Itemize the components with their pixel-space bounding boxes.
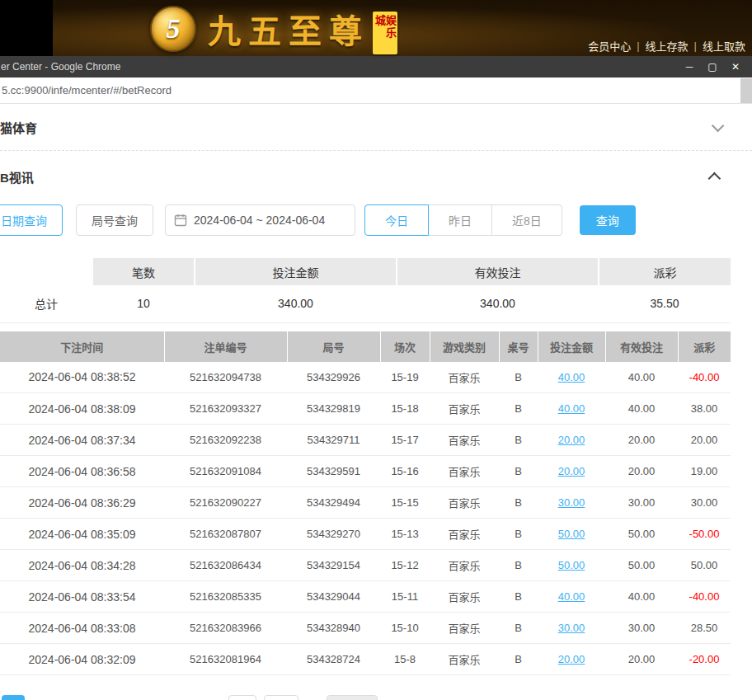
pagination-page-button[interactable] xyxy=(264,695,298,700)
table-row: 2024-06-04 08:32:09521632081964534328724… xyxy=(0,644,731,675)
close-icon[interactable]: ✕ xyxy=(724,61,747,73)
nav-member-center[interactable]: 会员中心 xyxy=(588,38,631,54)
col-header-game: 游戏类别 xyxy=(430,331,499,362)
cell-valid: 30.00 xyxy=(605,487,678,519)
summary-header-valid: 有效投注 xyxy=(397,258,599,285)
cell-valid: 40.00 xyxy=(605,362,678,393)
cell-session: 15-13 xyxy=(380,519,430,550)
summary-header-blank xyxy=(0,258,92,285)
pagination-page-button[interactable] xyxy=(228,695,256,700)
section-panda-sports[interactable]: 猫体育 xyxy=(0,104,752,151)
cell-table_no: B xyxy=(499,456,538,487)
cell-session: 15-18 xyxy=(380,393,430,425)
url-bar[interactable]: 5.cc:9900/infe/mcenter/#/betRecord xyxy=(0,78,752,104)
cell-time: 2024-06-04 08:37:34 xyxy=(0,425,164,456)
date-range-input[interactable]: 2024-06-04 ~ 2024-06-04 xyxy=(165,204,355,236)
bet-amount-link[interactable]: 20.00 xyxy=(558,653,585,665)
site-header: 5 九五至尊 娱乐城 会员中心 | 线上存款 | 线上取款 xyxy=(0,0,752,56)
summary-header-payout: 派彩 xyxy=(599,258,731,285)
cell-round_no: 534329819 xyxy=(287,393,380,425)
cell-bet: 50.00 xyxy=(538,519,605,550)
yesterday-button[interactable]: 昨日 xyxy=(428,204,492,236)
nav-separator: | xyxy=(637,40,639,52)
cell-time: 2024-06-04 08:36:29 xyxy=(0,487,164,519)
cell-payout: 19.00 xyxy=(678,456,731,487)
cell-bet: 20.00 xyxy=(538,456,605,487)
cell-bet: 20.00 xyxy=(538,425,605,456)
date-query-button[interactable]: 日期查询 xyxy=(0,204,63,236)
cell-session: 15-15 xyxy=(380,487,430,519)
chevron-down-icon[interactable] xyxy=(712,119,725,132)
cell-time: 2024-06-04 08:33:54 xyxy=(0,581,164,613)
scrollbar-thumb[interactable] xyxy=(740,78,752,103)
logo-badge: 娱乐城 xyxy=(373,12,397,54)
section-title-bb: B视讯 xyxy=(0,168,34,186)
bet-amount-link[interactable]: 20.00 xyxy=(558,465,585,477)
summary-header-row: 笔数 投注金额 有效投注 派彩 xyxy=(0,258,731,285)
quick-range-group: 今日 昨日 近8日 xyxy=(364,204,562,236)
cell-time: 2024-06-04 08:34:28 xyxy=(0,550,164,581)
bet-amount-link[interactable]: 40.00 xyxy=(558,402,585,415)
table-row: 2024-06-04 08:35:09521632087807534329270… xyxy=(0,519,731,550)
cell-round_no: 534328724 xyxy=(287,644,380,675)
cell-time: 2024-06-04 08:32:09 xyxy=(0,644,164,675)
cell-game: 百家乐 xyxy=(430,644,499,675)
cell-session: 15-10 xyxy=(380,613,430,644)
cell-round_no: 534328940 xyxy=(287,613,380,644)
bet-amount-link[interactable]: 20.00 xyxy=(558,434,585,446)
bet-amount-link[interactable]: 50.00 xyxy=(558,528,585,540)
cell-payout: -20.00 xyxy=(678,644,731,675)
bet-amount-link[interactable]: 30.00 xyxy=(558,496,585,509)
cell-time: 2024-06-04 08:36:58 xyxy=(0,456,164,487)
round-query-button[interactable]: 局号查询 xyxy=(76,204,153,236)
chrome-titlebar[interactable]: er Center - Google Chrome ─ ▢ ✕ xyxy=(0,56,752,78)
coin-logo-icon: 5 xyxy=(150,6,196,52)
cell-bet: 40.00 xyxy=(538,393,605,425)
bet-amount-link[interactable]: 30.00 xyxy=(558,622,585,634)
bet-amount-link[interactable]: 40.00 xyxy=(558,590,585,603)
site-logo[interactable]: 5 九五至尊 娱乐城 xyxy=(150,3,397,54)
bet-amount-link[interactable]: 50.00 xyxy=(558,559,585,571)
search-button[interactable]: 查询 xyxy=(580,205,636,235)
nav-online-deposit[interactable]: 线上存款 xyxy=(646,38,689,54)
cell-payout: 30.00 xyxy=(678,487,731,519)
cell-session: 15-19 xyxy=(380,362,430,393)
cell-time: 2024-06-04 08:38:09 xyxy=(0,393,164,425)
col-header-payout: 派彩 xyxy=(678,331,731,362)
cell-round_no: 534329926 xyxy=(287,362,380,393)
nav-online-withdraw[interactable]: 线上取款 xyxy=(703,38,745,54)
cell-session: 15-8 xyxy=(380,644,430,675)
chevron-up-icon[interactable] xyxy=(708,171,721,185)
summary-total-valid: 340.00 xyxy=(397,285,599,322)
bet-table-body: 2024-06-04 08:38:52521632094738534329926… xyxy=(0,362,731,675)
cell-game: 百家乐 xyxy=(430,613,499,644)
summary-total-row: 总计 10 340.00 340.00 35.50 xyxy=(0,285,731,322)
cell-table_no: B xyxy=(499,581,538,613)
window-controls: ─ ▢ ✕ xyxy=(678,61,752,73)
cell-bet: 30.00 xyxy=(538,613,605,644)
bet-amount-link[interactable]: 40.00 xyxy=(558,371,585,383)
section-bb-video[interactable]: B视讯 xyxy=(0,151,752,202)
cell-bet: 40.00 xyxy=(538,581,605,613)
summary-total-count: 10 xyxy=(92,285,195,322)
summary-total-label: 总计 xyxy=(0,285,92,322)
table-row: 2024-06-04 08:38:52521632094738534329926… xyxy=(0,362,731,393)
cell-table_no: B xyxy=(499,644,538,675)
maximize-icon[interactable]: ▢ xyxy=(701,61,724,73)
cell-order_no: 521632086434 xyxy=(164,550,287,581)
cell-round_no: 534329270 xyxy=(287,519,380,550)
today-button[interactable]: 今日 xyxy=(364,204,429,236)
date-range-value: 2024-06-04 ~ 2024-06-04 xyxy=(194,214,325,227)
col-header-time: 下注时间 xyxy=(0,331,164,362)
cell-game: 百家乐 xyxy=(430,393,499,425)
last8days-button[interactable]: 近8日 xyxy=(491,204,562,236)
pagination-current-page-button[interactable] xyxy=(2,695,25,700)
pagination-next-button[interactable] xyxy=(327,695,378,700)
section-title-panda: 猫体育 xyxy=(0,119,37,136)
calendar-icon xyxy=(174,214,187,227)
cell-round_no: 534329494 xyxy=(287,487,380,519)
minimize-icon[interactable]: ─ xyxy=(678,61,701,73)
cell-game: 百家乐 xyxy=(430,425,499,456)
cell-time: 2024-06-04 08:38:52 xyxy=(0,362,164,393)
top-nav: 会员中心 | 线上存款 | 线上取款 xyxy=(588,38,745,54)
